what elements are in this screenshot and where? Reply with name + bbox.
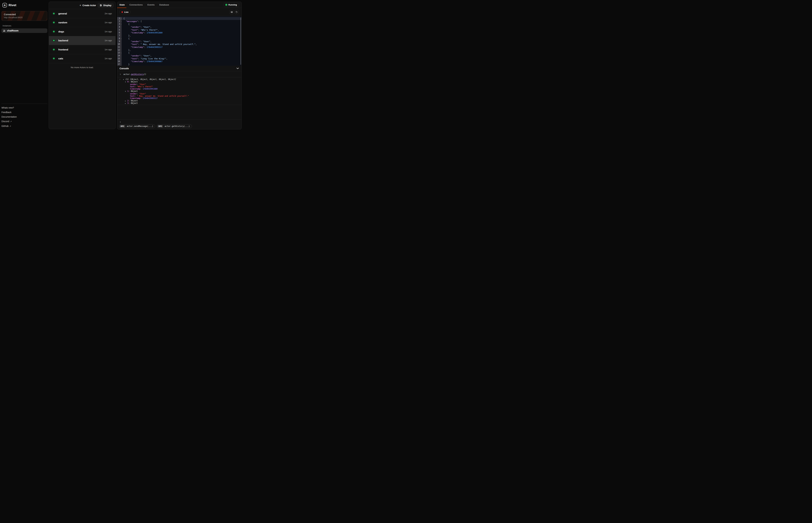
instance-label: chatRoom (7, 29, 18, 32)
sidebar-link-feedback[interactable]: Feedback (1, 110, 47, 114)
code-segment: " Nay, answer me. Stand and unfold yours… (137, 95, 189, 97)
editor-line: 17 } (117, 63, 241, 66)
create-actor-button[interactable]: + Create Actor (80, 4, 96, 7)
console-header[interactable]: Console (117, 66, 241, 71)
line-number: 8⌄ (117, 37, 122, 40)
code-segment: "Long live the King!" (140, 57, 166, 60)
code-segment: { (123, 37, 129, 40)
actor-status-dot-icon (53, 31, 55, 32)
line-number: 3⌄ (117, 23, 122, 25)
rpc-button[interactable]: RPCactor.sendMessage(...) (119, 124, 155, 128)
display-button[interactable]: Display (98, 3, 114, 7)
code-segment: 1764043995517 (146, 46, 162, 48)
code-segment: : (135, 95, 137, 97)
actor-row[interactable]: random1m ago (49, 18, 116, 27)
console-row: timestamp: 1764043991880 (117, 88, 241, 90)
editor-line: 16 "timestamp": 1764043999867 (117, 60, 241, 63)
editor-line: 1⌄{ (117, 17, 241, 20)
code-segment: "User" (143, 54, 150, 57)
code-segment: timestamp (130, 97, 140, 100)
line-number: 4 (117, 25, 122, 29)
actors-empty-message: No more Actors to load. (49, 66, 116, 69)
code-segment: , (158, 29, 159, 31)
line-number: 9 (117, 40, 122, 43)
code-segment (123, 40, 131, 43)
line-number: 2⌄ (117, 20, 122, 23)
tab-connections[interactable]: Connections (129, 4, 143, 6)
triangle-right-icon[interactable]: ▶ (125, 102, 127, 105)
code-segment: , (195, 43, 197, 46)
triangle-down-icon[interactable]: ▼ (123, 78, 125, 80)
console-row: sender: "User" (117, 83, 241, 86)
code-segment: "User" (139, 93, 146, 95)
restore-button[interactable] (234, 10, 239, 14)
fold-chevron-icon[interactable]: ⌄ (121, 38, 122, 39)
live-badge[interactable]: Live (119, 10, 131, 14)
rpc-method-label: actor.sendMessage(...) (127, 125, 153, 127)
triangle-right-icon[interactable]: ▶ (125, 100, 127, 102)
fold-chevron-icon[interactable]: ⌄ (121, 23, 122, 25)
rpc-button[interactable]: RPCactor.getHistory(...) (157, 124, 192, 128)
actor-name: general (58, 12, 105, 15)
code-segment: Object (131, 102, 138, 104)
code-segment: { (123, 17, 125, 20)
sidebar-spacer (1, 33, 47, 104)
code-segment: Object (131, 100, 138, 102)
brand: R Rivet (2, 3, 47, 7)
editor-line: 13⌄ { (117, 51, 241, 54)
line-number: 17 (117, 63, 122, 66)
actor-row[interactable]: frontend1m ago (49, 45, 116, 54)
sidebar-item-instance[interactable]: chatRoom (1, 29, 47, 33)
actor-row[interactable]: backend1m ago (49, 36, 116, 45)
state-json-editor[interactable]: 1⌄{2⌄ "messages": [3⌄ {4 "sender": "User… (117, 16, 241, 66)
fold-chevron-icon[interactable]: ⌄ (121, 52, 122, 53)
sidebar-link-discord[interactable]: Discord↗ (1, 119, 47, 124)
sidebar-link-documentation[interactable]: Documentation (1, 114, 47, 119)
fold-chevron-icon[interactable]: ⌄ (121, 21, 122, 22)
code-segment: : (144, 46, 146, 48)
status-badge[interactable]: Running (223, 3, 239, 7)
editor-line: 5 "text": "Who’s there?", (117, 29, 241, 32)
code-segment: 1764043999867 (146, 60, 162, 62)
code-segment: "messages" (126, 20, 138, 22)
actor-row[interactable]: general2m ago (49, 9, 116, 18)
tab-database[interactable]: Database (159, 4, 169, 6)
code-segment: "timestamp" (131, 32, 144, 34)
line-number: 12 (117, 49, 122, 52)
console-title: Console (120, 67, 129, 70)
code-segment: " Nay, answer me. Stand and unfold yours… (140, 43, 195, 46)
code-segment: "Who’s there?" (137, 86, 153, 88)
tab-events[interactable]: Events (148, 4, 155, 6)
sidebar: R Rivet Connected http://localhost:6420 … (0, 0, 49, 131)
code-segment: { (123, 23, 129, 25)
code-segment: : (128, 80, 131, 83)
users-icon (3, 30, 5, 32)
actor-row[interactable]: cats1m ago (49, 54, 116, 63)
actor-name: random (58, 21, 105, 24)
tab-state[interactable]: State (119, 4, 125, 6)
line-content: { (122, 17, 241, 20)
save-button[interactable] (229, 10, 234, 14)
console-input-row[interactable]: › (117, 120, 241, 124)
code-segment: : (128, 90, 131, 92)
state-toolbar: Live (117, 8, 241, 16)
save-icon (230, 11, 233, 13)
code-segment: actor. (123, 73, 131, 75)
console-history-entry[interactable]: › actor.getHistory() (117, 71, 241, 77)
actor-name: frontend (58, 48, 105, 51)
line-content: }, (122, 49, 241, 52)
triangle-down-icon[interactable]: ▼ (125, 81, 127, 83)
code-segment: "sender" (131, 40, 140, 43)
triangle-down-icon[interactable]: ▼ (125, 90, 127, 92)
actor-last-active: 1m ago (105, 39, 112, 42)
chevron-down-icon[interactable] (237, 68, 239, 69)
actor-row[interactable]: dogs1m ago (49, 27, 116, 36)
sidebar-link-github[interactable]: GitHub↗ (1, 124, 47, 128)
sidebar-link-whats-new-[interactable]: Whats new? (1, 105, 47, 110)
fold-chevron-icon[interactable]: ⌄ (121, 18, 122, 19)
editor-scrollbar[interactable] (241, 18, 241, 65)
code-segment: : (140, 40, 143, 43)
editor-line: 7 }, (117, 34, 241, 37)
code-segment: 1764043991880 (143, 88, 157, 90)
code-segment: : (137, 93, 139, 95)
